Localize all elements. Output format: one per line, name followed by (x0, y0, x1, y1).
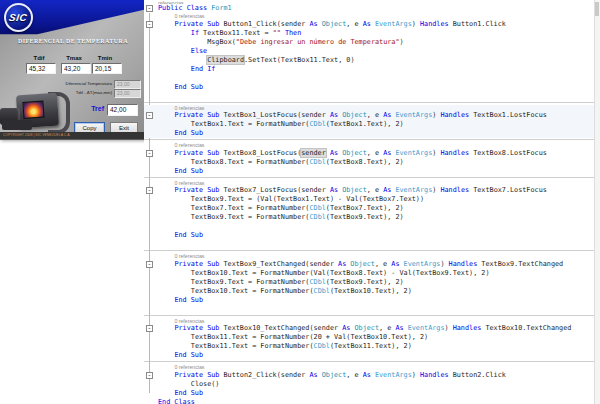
code-line[interactable]: Clipboard.SetText(TextBox11.Text, 0) (144, 56, 600, 65)
code-line[interactable]: TextBox11.Text = FormatNumber(CDbl(TextB… (144, 342, 600, 351)
collapse-minus-icon[interactable]: - (146, 325, 153, 332)
outline-gutter: - (144, 186, 156, 195)
outline-gutter (144, 231, 156, 240)
outline-gutter (144, 351, 156, 360)
tref-label: Tref (84, 105, 104, 112)
code-line[interactable]: Close() (144, 380, 600, 389)
code-line[interactable]: -Private Sub Button2_Click(sender As Obj… (144, 371, 600, 380)
code-line[interactable]: If TextBox11.Text = "" Then (144, 29, 600, 38)
collapse-minus-icon[interactable]: - (146, 150, 153, 157)
outline-gutter (144, 129, 156, 138)
code-lines: referencias-Public Class Form10 referenc… (144, 0, 600, 404)
temperature-form-window: SIC DIFERENCIAL DE TEMPERATURA Tdif Tmax… (0, 0, 145, 140)
scrollbar-thumb[interactable] (595, 2, 599, 16)
code-line[interactable]: End Sub (144, 167, 600, 176)
outline-gutter: - (144, 371, 156, 380)
code-line[interactable]: End Sub (144, 83, 600, 92)
codelens-references-label[interactable]: 0 referencias (174, 142, 204, 148)
blank-line (144, 92, 600, 101)
blank-line (144, 74, 600, 83)
outline-gutter: - (144, 111, 156, 120)
outline-gutter (144, 269, 156, 278)
outline-gutter (144, 158, 156, 167)
code-line[interactable]: -Private Sub TextBox10_TextChanged(sende… (144, 324, 600, 333)
outline-gutter (144, 287, 156, 296)
tmax-input[interactable]: 43,20 (61, 63, 91, 74)
outline-gutter (144, 398, 156, 404)
outline-gutter (144, 29, 156, 38)
outline-gutter (144, 204, 156, 213)
code-line[interactable]: TextBox8.Text = FormatNumber(CDbl(TextBo… (144, 158, 600, 167)
outline-gutter (144, 38, 156, 47)
outline-gutter (144, 380, 156, 389)
code-line[interactable]: TextBox9.Text = FormatNumber(CDbl(TextBo… (144, 213, 600, 222)
form-title: DIFERENCIAL DE TEMPERATURA (10, 38, 136, 44)
outline-gutter: - (144, 20, 156, 29)
diferencial-temperatura-label: Diferencial Temperatura (40, 81, 112, 86)
outline-gutter (144, 92, 156, 101)
collapse-minus-icon[interactable]: - (146, 261, 153, 268)
code-line[interactable]: -Private Sub TextBox8_LostFocus(sender A… (144, 149, 600, 158)
blank-line (144, 240, 600, 249)
collapse-minus-icon[interactable]: - (146, 5, 153, 12)
code-line[interactable]: TextBox11.Text = FormatNumber(20 + Val(T… (144, 333, 600, 342)
collapse-minus-icon[interactable]: - (146, 21, 153, 28)
outline-gutter (144, 47, 156, 56)
codelens-references-label[interactable]: 0 referencias (174, 180, 204, 186)
thermal-screen (22, 101, 44, 119)
code-line[interactable]: End Sub (144, 296, 600, 305)
outline-gutter (144, 333, 156, 342)
code-line[interactable]: MsgBox("Debe ingresar un número de Tempe… (144, 38, 600, 47)
form-footer-copyright: COPYRIGHT 2008 | SIC VENEZUELA C.A. (0, 132, 144, 139)
code-line[interactable]: End Sub (144, 351, 600, 360)
tdif-input[interactable]: 45,32 (26, 63, 56, 74)
codelens-references-label[interactable]: 0 referencias (174, 318, 204, 324)
outline-gutter (144, 195, 156, 204)
outline-gutter (144, 65, 156, 74)
code-editor[interactable]: referencias-Public Class Form10 referenc… (144, 0, 600, 404)
diferencial-temperatura-field: 23,00 (114, 80, 141, 89)
outline-gutter (144, 167, 156, 176)
tref-input[interactable]: 42,00 (107, 104, 138, 116)
blank-line (144, 305, 600, 314)
tmin-label: Tmin (92, 55, 118, 62)
code-line[interactable]: TextBox1.Text = FormatNumber(CDbl(TextBo… (144, 120, 600, 129)
vertical-scrollbar[interactable] (594, 0, 600, 404)
codelens-references-label[interactable]: 0 referencias (174, 105, 204, 111)
code-line[interactable]: -Private Sub TextBox1_LostFocus(sender A… (144, 111, 600, 120)
outline-gutter (144, 83, 156, 92)
code-line[interactable]: End Sub (144, 231, 600, 240)
outline-gutter: - (144, 149, 156, 158)
code-line[interactable]: End Class (144, 398, 600, 404)
code-line[interactable]: End If (144, 65, 600, 74)
code-line[interactable]: TextBox9.Text = FormatNumber(CDbl(TextBo… (144, 278, 600, 287)
outline-gutter (144, 213, 156, 222)
tdif-delta-field: 23,00 (114, 89, 141, 98)
collapse-minus-icon[interactable]: - (146, 187, 153, 194)
code-line[interactable]: TextBox10.Text = FormatNumber(CDbl(TextB… (144, 287, 600, 296)
code-line[interactable]: TextBox9.Text = (Val(TextBox1.Text) - Va… (144, 195, 600, 204)
outline-gutter (144, 56, 156, 65)
outline-gutter (144, 240, 156, 249)
codelens-references-label[interactable]: 0 referencias (174, 253, 204, 259)
thermal-camera-image (0, 92, 70, 132)
code-line[interactable]: End Sub (144, 129, 600, 138)
code-line[interactable]: TextBox7.Text = FormatNumber(CDbl(TextBo… (144, 204, 600, 213)
collapse-minus-icon[interactable]: - (146, 372, 153, 379)
tmin-input[interactable]: 20,15 (92, 63, 122, 74)
codelens-references-label[interactable]: 0 referencias (174, 364, 204, 370)
outline-gutter (144, 342, 156, 351)
collapse-minus-icon[interactable]: - (146, 112, 153, 119)
codelens-references-label[interactable]: 0 referencias (174, 13, 204, 19)
code-line[interactable]: End Sub (144, 389, 600, 398)
code-line[interactable]: Else (144, 47, 600, 56)
sic-logo: SIC (4, 3, 33, 32)
code-line[interactable]: -Private Sub Button1_Click(sender As Obj… (144, 20, 600, 29)
tdif-label: Tdif (26, 55, 52, 62)
code-line[interactable]: -Private Sub TextBox7_LostFocus(sender A… (144, 186, 600, 195)
code-line[interactable]: TextBox10.Text = FormatNumber(Val(TextBo… (144, 269, 600, 278)
outline-gutter: - (144, 260, 156, 269)
code-line[interactable]: -Private Sub TextBox9_TextChanged(sender… (144, 260, 600, 269)
outline-gutter (144, 120, 156, 129)
code-line[interactable]: -Public Class Form1 (144, 4, 600, 13)
